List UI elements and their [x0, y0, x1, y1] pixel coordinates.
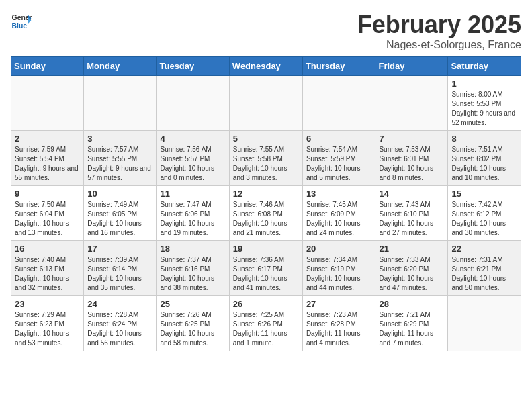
table-row: 23Sunrise: 7:29 AM Sunset: 6:23 PM Dayli… — [11, 296, 84, 351]
logo: General Blue — [11, 11, 32, 32]
location: Nages-et-Solorgues, France — [357, 39, 521, 51]
table-row: 28Sunrise: 7:21 AM Sunset: 6:29 PM Dayli… — [375, 296, 448, 351]
calendar-week-row: 9Sunrise: 7:50 AM Sunset: 6:04 PM Daylig… — [11, 186, 521, 241]
day-number: 2 — [15, 134, 80, 144]
table-row: 10Sunrise: 7:49 AM Sunset: 6:05 PM Dayli… — [84, 186, 157, 241]
table-row: 1Sunrise: 8:00 AM Sunset: 5:53 PM Daylig… — [448, 76, 521, 131]
table-row: 22Sunrise: 7:31 AM Sunset: 6:21 PM Dayli… — [448, 241, 521, 296]
day-number: 28 — [379, 299, 444, 309]
day-number: 19 — [233, 244, 299, 254]
day-number: 7 — [379, 134, 444, 144]
day-number: 26 — [233, 299, 299, 309]
calendar: Sunday Monday Tuesday Wednesday Thursday… — [11, 56, 521, 351]
day-content: Sunrise: 7:59 AM Sunset: 5:54 PM Dayligh… — [15, 145, 80, 183]
table-row: 9Sunrise: 7:50 AM Sunset: 6:04 PM Daylig… — [11, 186, 84, 241]
day-number: 27 — [306, 299, 372, 309]
col-monday: Monday — [84, 57, 157, 76]
day-number: 18 — [160, 244, 225, 254]
day-content: Sunrise: 7:40 AM Sunset: 6:13 PM Dayligh… — [15, 255, 80, 293]
table-row: 4Sunrise: 7:56 AM Sunset: 5:57 PM Daylig… — [157, 131, 229, 186]
day-content: Sunrise: 7:57 AM Sunset: 5:55 PM Dayligh… — [87, 145, 152, 183]
table-row: 11Sunrise: 7:47 AM Sunset: 6:06 PM Dayli… — [157, 186, 229, 241]
table-row: 5Sunrise: 7:55 AM Sunset: 5:58 PM Daylig… — [229, 131, 302, 186]
day-number: 9 — [15, 189, 80, 199]
table-row: 3Sunrise: 7:57 AM Sunset: 5:55 PM Daylig… — [84, 131, 157, 186]
table-row — [448, 296, 521, 351]
day-number: 24 — [87, 299, 152, 309]
day-number: 8 — [451, 134, 517, 144]
day-number: 25 — [160, 299, 225, 309]
day-content: Sunrise: 7:36 AM Sunset: 6:17 PM Dayligh… — [233, 255, 299, 293]
col-saturday: Saturday — [448, 57, 521, 76]
table-row: 7Sunrise: 7:53 AM Sunset: 6:01 PM Daylig… — [375, 131, 448, 186]
table-row: 27Sunrise: 7:23 AM Sunset: 6:28 PM Dayli… — [302, 296, 375, 351]
day-number: 16 — [15, 244, 80, 254]
day-number: 4 — [160, 134, 225, 144]
calendar-week-row: 23Sunrise: 7:29 AM Sunset: 6:23 PM Dayli… — [11, 296, 521, 351]
calendar-week-row: 2Sunrise: 7:59 AM Sunset: 5:54 PM Daylig… — [11, 131, 521, 186]
day-number: 6 — [306, 134, 372, 144]
table-row — [84, 76, 157, 131]
day-number: 22 — [451, 244, 517, 254]
table-row: 2Sunrise: 7:59 AM Sunset: 5:54 PM Daylig… — [11, 131, 84, 186]
table-row — [229, 76, 302, 131]
table-row: 20Sunrise: 7:34 AM Sunset: 6:19 PM Dayli… — [302, 241, 375, 296]
calendar-week-row: 1Sunrise: 8:00 AM Sunset: 5:53 PM Daylig… — [11, 76, 521, 131]
col-sunday: Sunday — [11, 57, 84, 76]
table-row — [375, 76, 448, 131]
table-row: 19Sunrise: 7:36 AM Sunset: 6:17 PM Dayli… — [229, 241, 302, 296]
day-number: 17 — [87, 244, 152, 254]
day-content: Sunrise: 7:49 AM Sunset: 6:05 PM Dayligh… — [87, 200, 152, 238]
day-content: Sunrise: 7:54 AM Sunset: 5:59 PM Dayligh… — [306, 145, 372, 183]
day-number: 12 — [233, 189, 299, 199]
table-row: 26Sunrise: 7:25 AM Sunset: 6:26 PM Dayli… — [229, 296, 302, 351]
col-tuesday: Tuesday — [157, 57, 229, 76]
page-header: General Blue February 2025 Nages-et-Solo… — [11, 11, 521, 51]
day-content: Sunrise: 7:43 AM Sunset: 6:10 PM Dayligh… — [379, 200, 444, 238]
title-block: February 2025 Nages-et-Solorgues, France — [357, 11, 521, 51]
table-row: 12Sunrise: 7:46 AM Sunset: 6:08 PM Dayli… — [229, 186, 302, 241]
day-number: 23 — [15, 299, 80, 309]
day-content: Sunrise: 7:53 AM Sunset: 6:01 PM Dayligh… — [379, 145, 444, 183]
day-number: 3 — [87, 134, 152, 144]
day-content: Sunrise: 7:34 AM Sunset: 6:19 PM Dayligh… — [306, 255, 372, 293]
col-wednesday: Wednesday — [229, 57, 302, 76]
table-row: 13Sunrise: 7:45 AM Sunset: 6:09 PM Dayli… — [302, 186, 375, 241]
day-content: Sunrise: 7:56 AM Sunset: 5:57 PM Dayligh… — [160, 145, 225, 183]
day-content: Sunrise: 7:51 AM Sunset: 6:02 PM Dayligh… — [451, 145, 517, 183]
table-row: 17Sunrise: 7:39 AM Sunset: 6:14 PM Dayli… — [84, 241, 157, 296]
logo-icon: General Blue — [11, 11, 32, 32]
calendar-week-row: 16Sunrise: 7:40 AM Sunset: 6:13 PM Dayli… — [11, 241, 521, 296]
table-row: 14Sunrise: 7:43 AM Sunset: 6:10 PM Dayli… — [375, 186, 448, 241]
day-content: Sunrise: 7:21 AM Sunset: 6:29 PM Dayligh… — [379, 310, 444, 348]
day-content: Sunrise: 7:42 AM Sunset: 6:12 PM Dayligh… — [451, 200, 517, 238]
svg-text:Blue: Blue — [12, 22, 28, 30]
day-content: Sunrise: 7:50 AM Sunset: 6:04 PM Dayligh… — [15, 200, 80, 238]
day-content: Sunrise: 7:55 AM Sunset: 5:58 PM Dayligh… — [233, 145, 299, 183]
day-content: Sunrise: 7:31 AM Sunset: 6:21 PM Dayligh… — [451, 255, 517, 293]
day-content: Sunrise: 7:39 AM Sunset: 6:14 PM Dayligh… — [87, 255, 152, 293]
day-content: Sunrise: 7:25 AM Sunset: 6:26 PM Dayligh… — [233, 310, 299, 348]
table-row: 25Sunrise: 7:26 AM Sunset: 6:25 PM Dayli… — [157, 296, 229, 351]
table-row — [11, 76, 84, 131]
calendar-header-row: Sunday Monday Tuesday Wednesday Thursday… — [11, 57, 521, 76]
col-thursday: Thursday — [302, 57, 375, 76]
table-row: 21Sunrise: 7:33 AM Sunset: 6:20 PM Dayli… — [375, 241, 448, 296]
table-row: 18Sunrise: 7:37 AM Sunset: 6:16 PM Dayli… — [157, 241, 229, 296]
day-content: Sunrise: 7:37 AM Sunset: 6:16 PM Dayligh… — [160, 255, 225, 293]
col-friday: Friday — [375, 57, 448, 76]
day-number: 10 — [87, 189, 152, 199]
table-row: 6Sunrise: 7:54 AM Sunset: 5:59 PM Daylig… — [302, 131, 375, 186]
day-content: Sunrise: 7:28 AM Sunset: 6:24 PM Dayligh… — [87, 310, 152, 348]
day-content: Sunrise: 7:46 AM Sunset: 6:08 PM Dayligh… — [233, 200, 299, 238]
day-content: Sunrise: 7:33 AM Sunset: 6:20 PM Dayligh… — [379, 255, 444, 293]
day-number: 20 — [306, 244, 372, 254]
day-content: Sunrise: 7:23 AM Sunset: 6:28 PM Dayligh… — [306, 310, 372, 348]
table-row — [157, 76, 229, 131]
table-row: 16Sunrise: 7:40 AM Sunset: 6:13 PM Dayli… — [11, 241, 84, 296]
table-row: 8Sunrise: 7:51 AM Sunset: 6:02 PM Daylig… — [448, 131, 521, 186]
day-number: 11 — [160, 189, 225, 199]
table-row — [302, 76, 375, 131]
table-row: 24Sunrise: 7:28 AM Sunset: 6:24 PM Dayli… — [84, 296, 157, 351]
day-content: Sunrise: 7:47 AM Sunset: 6:06 PM Dayligh… — [160, 200, 225, 238]
